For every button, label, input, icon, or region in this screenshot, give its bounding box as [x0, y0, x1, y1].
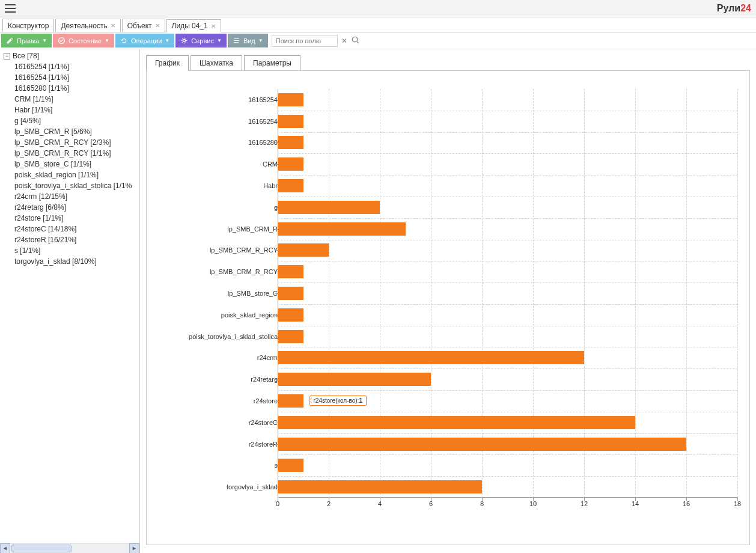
tab-object[interactable]: Объект ✕ — [122, 19, 165, 32]
grid-line — [635, 89, 636, 498]
chart-bar[interactable] — [278, 480, 482, 493]
x-axis — [278, 497, 737, 498]
chart-bar[interactable] — [278, 157, 303, 171]
tree-item[interactable]: s [1/1%] — [12, 245, 138, 256]
service-button[interactable]: Сервис ▼ — [175, 34, 227, 47]
grid-line — [380, 89, 380, 498]
grid-line — [278, 197, 737, 197]
chart-bar[interactable] — [278, 438, 686, 451]
search-icon[interactable] — [351, 35, 360, 46]
tab-activity[interactable]: Деятельность ✕ — [55, 19, 120, 32]
grid-line — [278, 454, 737, 455]
chart-bar[interactable] — [278, 308, 303, 322]
chart-bar[interactable] — [278, 136, 303, 149]
search-input[interactable] — [272, 35, 338, 47]
scroll-left-icon[interactable]: ◄ — [0, 543, 10, 554]
grid-line — [533, 89, 534, 498]
y-tick-label: lp_SMB_CRM_R — [227, 225, 278, 233]
button-label: Правка — [17, 37, 39, 44]
tree-item[interactable]: r24retarg [6/8%] — [12, 202, 138, 213]
pencil-icon — [6, 37, 14, 44]
y-tick-label: r24retarg — [251, 376, 278, 383]
tree-item[interactable]: r24crm [12/15%] — [12, 191, 138, 202]
y-tick-label: lp_SMB_CRM_R_RCY — [210, 268, 278, 275]
tree-root-label: Все [78] — [13, 52, 39, 60]
chart-bar[interactable] — [278, 330, 303, 343]
chevron-down-icon: ▼ — [105, 38, 109, 43]
list-icon — [233, 37, 240, 44]
chart-bar[interactable] — [278, 394, 303, 408]
grid-line — [278, 390, 737, 391]
clear-search-icon[interactable]: ✕ — [339, 37, 350, 45]
tree-item[interactable]: 16165280 [1/1%] — [12, 83, 138, 94]
tree-item[interactable]: lp_SMB_CRM_R_RCY [2/3%] — [12, 137, 138, 148]
scroll-thumb[interactable] — [11, 545, 72, 552]
content: График Шахматка Параметры 16165254161652… — [140, 49, 756, 553]
tree-item[interactable]: r24store [1/1%] — [12, 213, 138, 224]
chart-bar[interactable] — [278, 459, 303, 472]
chevron-down-icon: ▼ — [165, 38, 169, 43]
chart-bar[interactable] — [278, 201, 380, 214]
tab-label: Деятельность — [61, 22, 107, 30]
chart-tooltip: r24store(кол-во): 1 — [309, 396, 367, 406]
grid-line — [278, 153, 737, 154]
refresh-icon — [120, 37, 128, 44]
tree-item[interactable]: poisk_torovlya_i_sklad_stolica [1/1% — [12, 180, 138, 191]
tree-item[interactable]: poisk_sklad_region [1/1%] — [12, 170, 138, 180]
edit-button[interactable]: Правка ▼ — [1, 34, 52, 47]
scroll-right-icon[interactable]: ► — [129, 543, 139, 554]
chart-bar[interactable] — [278, 93, 303, 106]
close-icon[interactable]: ✕ — [155, 22, 160, 29]
chart-bar[interactable] — [278, 179, 303, 192]
tree-item[interactable]: lp_SMB_store_C [1/1%] — [12, 159, 138, 170]
tree-item[interactable]: 16165254 [1/1%] — [12, 72, 138, 83]
horizontal-scrollbar[interactable]: ◄ ► — [0, 543, 139, 553]
tree-item[interactable]: r24storeC [14/18%] — [12, 224, 138, 234]
toolbar: Правка ▼ Состояние ▼ Операции ▼ Сервис ▼… — [0, 32, 756, 49]
button-label: Состояние — [69, 37, 102, 44]
close-icon[interactable]: ✕ — [111, 22, 115, 29]
y-tick-label: poisk_sklad_region — [221, 311, 278, 319]
grid-line — [278, 433, 737, 434]
chart-bar[interactable] — [278, 115, 303, 128]
tab-chess[interactable]: Шахматка — [191, 55, 242, 71]
state-button[interactable]: Состояние ▼ — [53, 34, 114, 47]
tab-leads[interactable]: Лиды 04_1 ✕ — [166, 19, 221, 32]
tab-params[interactable]: Параметры — [244, 55, 300, 71]
tree-item[interactable]: torgovlya_i_sklad [8/10%] — [12, 256, 138, 267]
operations-button[interactable]: Операции ▼ — [115, 34, 174, 47]
y-tick-label: r24storeR — [249, 441, 278, 448]
close-icon[interactable]: ✕ — [211, 23, 216, 29]
grid-line — [584, 89, 585, 498]
tree-item[interactable]: Habr [1/1%] — [12, 105, 138, 115]
tree: − Все [78] 16165254 [1/1%]16165254 [1/1%… — [0, 49, 139, 543]
view-button[interactable]: Вид ▼ — [228, 34, 268, 47]
chart-bar[interactable] — [278, 243, 329, 257]
chart-bar[interactable] — [278, 351, 584, 364]
tab-label: Конструктор — [8, 22, 49, 30]
scroll-track[interactable] — [10, 544, 129, 553]
tab-label: Объект — [127, 22, 152, 30]
grid-line — [278, 132, 737, 133]
chart-bar[interactable] — [278, 373, 431, 386]
menu-icon[interactable] — [5, 4, 16, 13]
tree-item[interactable]: r24storeR [16/21%] — [12, 234, 138, 245]
grid-line — [278, 412, 737, 412]
tree-item[interactable]: lp_SMB_CRM_R_RCY [1/1%] — [12, 148, 138, 159]
chart-bar[interactable] — [278, 222, 406, 236]
tab-constructor[interactable]: Конструктор — [2, 19, 54, 32]
tree-item[interactable]: g [4/5%] — [12, 115, 138, 126]
tab-chart[interactable]: График — [146, 55, 189, 71]
chart-container: 161652541616525416165280CRMHabrglp_SMB_C… — [146, 70, 750, 545]
chart-bar[interactable] — [278, 287, 303, 300]
tree-root[interactable]: − Все [78] — [1, 50, 138, 61]
grid-line — [737, 89, 738, 498]
tree-item[interactable]: 16165254 [1/1%] — [12, 61, 138, 72]
chart-bar[interactable] — [278, 416, 635, 429]
x-tick-label: 4 — [378, 500, 382, 507]
chart-bar[interactable] — [278, 265, 303, 278]
x-tick-label: 8 — [480, 500, 484, 507]
tree-item[interactable]: lp_SMB_CRM_R [5/6%] — [12, 126, 138, 137]
tree-item[interactable]: CRM [1/1%] — [12, 94, 138, 105]
collapse-icon[interactable]: − — [4, 53, 10, 60]
